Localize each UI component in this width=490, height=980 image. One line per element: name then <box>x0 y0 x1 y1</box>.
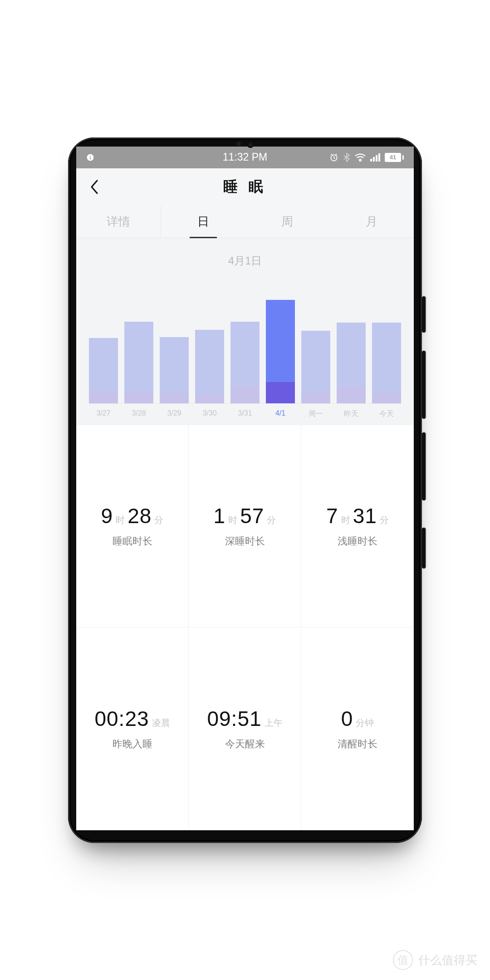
metric-value: 00:23凌晨 <box>94 706 170 731</box>
chart-bar[interactable] <box>160 294 189 403</box>
phone-side-button <box>422 528 426 568</box>
chart-bar[interactable] <box>337 294 366 403</box>
sleep-bar-chart[interactable] <box>76 294 414 403</box>
metric-cell: 1时57分深睡时长 <box>189 425 301 628</box>
chart-bar[interactable] <box>230 294 260 403</box>
phone-side-button <box>422 432 426 500</box>
chart-bar[interactable] <box>372 294 401 403</box>
metric-label: 浅睡时长 <box>338 534 377 548</box>
chart-bar[interactable] <box>195 294 224 403</box>
page-title: 睡 眠 <box>223 177 267 197</box>
x-axis-label: 4/1 <box>266 409 295 419</box>
chart-section: 4月1日 3/273/283/293/303/314/1周一昨天今天 <box>76 238 414 425</box>
back-button[interactable] <box>84 177 104 197</box>
watermark-logo: 值 <box>393 950 413 970</box>
svg-rect-2 <box>90 155 91 156</box>
x-axis-label: 3/28 <box>124 409 153 419</box>
sensor-dot <box>236 142 241 146</box>
x-axis-label: 3/29 <box>160 409 189 419</box>
battery-level: 41 <box>385 153 401 162</box>
metric-cell: 9时28分睡眠时长 <box>76 425 189 628</box>
phone-side-button <box>422 296 426 333</box>
metric-label: 深睡时长 <box>225 534 265 548</box>
signal-icon <box>370 153 380 162</box>
metric-label: 今天醒来 <box>225 737 265 751</box>
tabs: 详情日周月 <box>76 206 414 238</box>
chart-bar[interactable] <box>266 294 295 403</box>
status-bar: 11:32 PM 41 <box>76 147 414 168</box>
tab-月[interactable]: 月 <box>329 206 414 238</box>
info-icon <box>86 153 94 162</box>
x-axis-label: 3/30 <box>195 409 224 419</box>
chart-bar[interactable] <box>124 294 153 403</box>
chart-bar[interactable] <box>89 294 118 403</box>
x-axis-label: 3/31 <box>230 409 260 419</box>
metric-label: 睡眠时长 <box>113 534 152 548</box>
metric-cell: 09:51上午今天醒来 <box>189 627 301 830</box>
metric-value: 0分钟 <box>341 706 374 731</box>
metric-label: 清醒时长 <box>338 737 377 751</box>
watermark: 值 什么值得买 <box>393 950 477 970</box>
battery-icon: 41 <box>385 153 404 162</box>
metric-value: 9时28分 <box>101 504 164 528</box>
x-axis-label: 周一 <box>301 409 330 419</box>
x-axis-label: 昨天 <box>337 409 366 419</box>
bluetooth-icon <box>343 153 350 162</box>
watermark-text: 什么值得买 <box>418 952 477 968</box>
phone-frame: 11:32 PM 41 睡 眠 详情日周月 <box>68 137 422 843</box>
metric-cell: 0分钟清醒时长 <box>301 627 414 830</box>
chart-bar[interactable] <box>301 294 330 403</box>
wifi-icon <box>355 153 366 162</box>
app-header: 睡 眠 <box>76 168 414 206</box>
chart-x-labels: 3/273/283/293/303/314/1周一昨天今天 <box>76 404 414 419</box>
alarm-icon <box>329 153 338 162</box>
x-axis-label: 3/27 <box>89 409 118 419</box>
metric-cell: 00:23凌晨昨晚入睡 <box>76 627 189 830</box>
metric-cell: 7时31分浅睡时长 <box>301 425 414 628</box>
phone-screen: 11:32 PM 41 睡 眠 详情日周月 <box>76 147 414 830</box>
metric-value: 09:51上午 <box>207 706 282 731</box>
metric-label: 昨晚入睡 <box>113 737 152 751</box>
chevron-left-icon <box>89 179 99 195</box>
svg-rect-1 <box>90 157 91 159</box>
x-axis-label: 今天 <box>372 409 401 419</box>
metric-value: 7时31分 <box>326 504 389 528</box>
phone-side-button <box>422 351 426 419</box>
tab-日[interactable]: 日 <box>161 206 245 238</box>
tab-周[interactable]: 周 <box>245 206 330 238</box>
tab-详情[interactable]: 详情 <box>76 206 161 238</box>
metric-value: 1时57分 <box>214 504 276 528</box>
metrics-grid: 9时28分睡眠时长1时57分深睡时长7时31分浅睡时长00:23凌晨昨晚入睡09… <box>76 425 414 830</box>
chart-date-label: 4月1日 <box>76 254 414 268</box>
